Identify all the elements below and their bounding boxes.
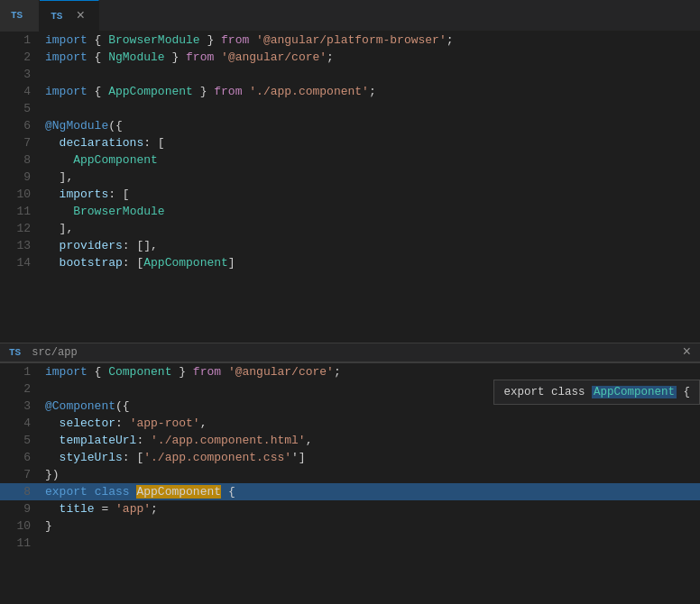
code-line: 10 imports: [	[0, 186, 700, 203]
code-line: 3	[0, 66, 700, 83]
line-content: })	[45, 466, 700, 483]
line-number: 11	[0, 203, 45, 220]
line-content: BrowserModule	[45, 203, 700, 220]
peek-suffix: {	[677, 386, 690, 398]
tab-app-module[interactable]: TS ×	[40, 0, 99, 32]
code-line: 6@NgModule({	[0, 117, 700, 134]
line-number: 7	[0, 134, 45, 151]
tab-bar: TS TS ×	[0, 0, 700, 32]
bottom-title-bar: TS src/app ×	[0, 343, 700, 362]
code-line: 11	[0, 535, 700, 552]
line-content: export class AppComponent {	[45, 483, 700, 500]
line-content: selector: 'app-root',	[45, 415, 700, 432]
line-content: templateUrl: './app.component.html',	[45, 432, 700, 449]
line-number: 1	[0, 32, 45, 49]
line-content: import { BrowserModule } from '@angular/…	[45, 32, 700, 49]
bottom-editor: 1import { Component } from '@angular/cor…	[0, 362, 700, 604]
line-number: 5	[0, 432, 45, 449]
code-line: 4import { AppComponent } from './app.com…	[0, 83, 700, 100]
line-content: title = 'app';	[45, 500, 700, 517]
code-line: 7})	[0, 466, 700, 483]
line-number: 5	[0, 100, 45, 117]
line-number: 8	[0, 151, 45, 169]
line-number: 6	[0, 117, 45, 134]
code-line: 1import { BrowserModule } from '@angular…	[0, 32, 700, 49]
peek-text: export class	[503, 386, 592, 398]
bottom-path: src/app	[32, 346, 77, 359]
tab-close-button[interactable]: ×	[73, 9, 88, 23]
line-content: import { AppComponent } from './app.comp…	[45, 83, 700, 100]
code-line: 13 providers: [],	[0, 237, 700, 254]
line-number: 8	[0, 483, 45, 500]
line-number: 13	[0, 237, 45, 254]
top-code-area[interactable]: 1import { BrowserModule } from '@angular…	[0, 32, 700, 271]
ts-icon-1: TS	[11, 10, 23, 21]
line-content: AppComponent	[45, 151, 700, 169]
top-editor: 1import { BrowserModule } from '@angular…	[0, 32, 700, 343]
ts-icon-2: TS	[51, 11, 62, 22]
line-number: 12	[0, 220, 45, 237]
code-line: 7 declarations: [	[0, 134, 700, 151]
peek-classname: AppComponent	[592, 386, 677, 398]
code-line: 5	[0, 100, 700, 117]
code-line: 1import { Component } from '@angular/cor…	[0, 363, 700, 380]
code-line: 9 ],	[0, 169, 700, 186]
code-line: 6 styleUrls: ['./app.component.css'']	[0, 449, 700, 466]
ts-icon-bottom: TS	[9, 347, 21, 358]
line-content: import { NgModule } from '@angular/core'…	[45, 49, 700, 66]
line-number: 9	[0, 169, 45, 186]
line-number: 7	[0, 466, 45, 483]
code-line: 8export class AppComponent {	[0, 483, 700, 500]
code-line: 2import { NgModule } from '@angular/core…	[0, 49, 700, 66]
line-number: 3	[0, 398, 45, 415]
code-line: 5 templateUrl: './app.component.html',	[0, 432, 700, 449]
code-line: 10}	[0, 517, 700, 535]
code-line: 9 title = 'app';	[0, 500, 700, 517]
line-content: bootstrap: [AppComponent]	[45, 254, 700, 271]
line-number: 3	[0, 66, 45, 83]
code-line: 12 ],	[0, 220, 700, 237]
tab-app-component[interactable]: TS	[0, 0, 40, 32]
line-content: styleUrls: ['./app.component.css'']	[45, 449, 700, 466]
bottom-close-button[interactable]: ×	[682, 344, 691, 361]
line-number: 1	[0, 363, 45, 380]
line-content: }	[45, 517, 700, 535]
code-line: 14 bootstrap: [AppComponent]	[0, 254, 700, 271]
line-content: declarations: [	[45, 134, 700, 151]
line-number: 11	[0, 535, 45, 552]
line-content: ],	[45, 220, 700, 237]
code-line: 11 BrowserModule	[0, 203, 700, 220]
line-content: imports: [	[45, 186, 700, 203]
line-number: 4	[0, 415, 45, 432]
code-line: 8 AppComponent	[0, 151, 700, 169]
line-content: import { Component } from '@angular/core…	[45, 363, 700, 380]
line-content: @NgModule({	[45, 117, 700, 134]
line-number: 6	[0, 449, 45, 466]
line-number: 2	[0, 380, 45, 398]
line-number: 14	[0, 254, 45, 271]
line-number: 10	[0, 517, 45, 535]
line-number: 9	[0, 500, 45, 517]
line-number: 10	[0, 186, 45, 203]
line-number: 4	[0, 83, 45, 100]
line-content: providers: [],	[45, 237, 700, 254]
peek-widget: export class AppComponent {	[493, 380, 700, 405]
line-content: ],	[45, 169, 700, 186]
line-number: 2	[0, 49, 45, 66]
code-line: 4 selector: 'app-root',	[0, 415, 700, 432]
